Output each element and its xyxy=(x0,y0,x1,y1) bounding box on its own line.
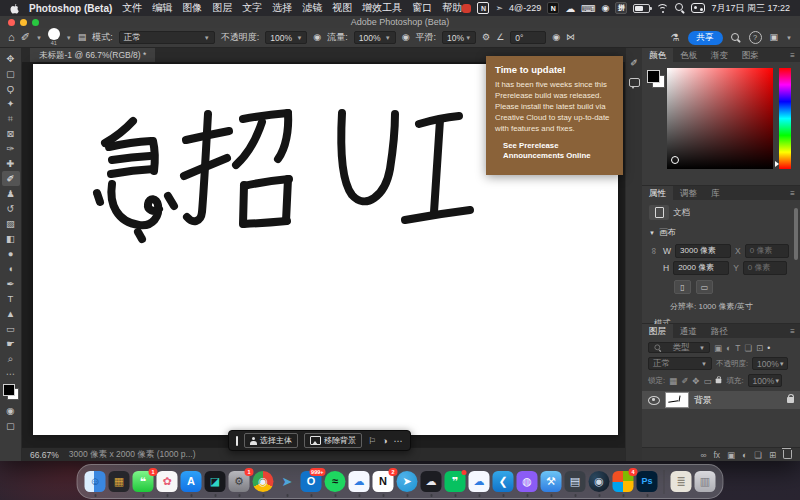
lock-transparent-pixels-icon[interactable]: ▦ xyxy=(669,376,677,386)
transform-selection-icon[interactable]: ⚐ xyxy=(368,436,376,446)
tab-color[interactable]: 颜色 xyxy=(642,48,673,62)
hue-slider-marker[interactable] xyxy=(775,161,779,167)
panel-menu-icon[interactable]: ≡ xyxy=(790,327,795,336)
tab-channels[interactable]: 通道 xyxy=(673,324,704,338)
panel-scrollbar[interactable] xyxy=(794,208,798,260)
brush-tool-preset-icon[interactable]: ✐ xyxy=(21,32,30,43)
opacity-select[interactable]: 100%▼ xyxy=(265,31,307,44)
frame-tool[interactable]: ⊠ xyxy=(2,126,20,141)
brush-angle-input[interactable]: 0° xyxy=(510,31,546,44)
zoom-tool[interactable]: ⌕ xyxy=(2,351,20,366)
document-tab[interactable]: 未标题-1 @ 66.7%(RGB/8) * xyxy=(30,48,155,62)
dock-photoshop[interactable]: Ps xyxy=(637,471,658,492)
dock-downloads-folder[interactable]: ≣ xyxy=(671,471,692,492)
link-dimensions-icon[interactable]: ∞ xyxy=(649,246,659,256)
filter-shape-layers-icon[interactable]: ❏ xyxy=(744,343,752,353)
dock-chrome[interactable]: ◉ xyxy=(253,471,274,492)
delete-layer-icon[interactable] xyxy=(783,450,792,459)
dock-app-store[interactable]: A xyxy=(181,471,202,492)
toggle-brush-panel-icon[interactable]: ▤ xyxy=(78,33,87,42)
dock-messages[interactable]: ❝1 xyxy=(133,471,154,492)
landscape-orientation-button[interactable]: ▭ xyxy=(696,280,713,294)
red-menubar-app-icon[interactable] xyxy=(462,4,471,13)
brush-settings-panel-icon[interactable]: ✐ xyxy=(630,58,638,68)
layer-thumbnail[interactable] xyxy=(665,392,689,408)
quick-mask-button[interactable]: ◉ xyxy=(2,403,20,418)
tab-layers[interactable]: 图层 xyxy=(642,324,673,338)
apple-menu-icon[interactable] xyxy=(10,3,19,14)
dock-cloud-dark-app[interactable]: ☁ xyxy=(421,471,442,492)
add-layer-mask-icon[interactable]: ▣ xyxy=(727,450,735,460)
menubar-app-name[interactable]: Photoshop (Beta) xyxy=(29,3,112,14)
dock-steam[interactable]: ◉ xyxy=(589,471,610,492)
filter-type-layers-icon[interactable]: T xyxy=(735,343,740,353)
dock-notion[interactable]: N2 xyxy=(373,471,394,492)
layer-name[interactable]: 背景 xyxy=(694,394,712,407)
lock-all-icon[interactable] xyxy=(716,378,722,382)
edit-toolbar-button[interactable]: ⋯ xyxy=(2,366,20,381)
move-tool[interactable]: ✥ xyxy=(2,51,20,66)
layer-opacity-select[interactable]: 100%▼ xyxy=(752,357,788,370)
type-tool[interactable]: T xyxy=(2,291,20,306)
magic-wand-tool[interactable]: ✦ xyxy=(2,96,20,111)
hand-tool[interactable]: ☛ xyxy=(2,336,20,351)
bird-icon[interactable]: ➣ xyxy=(495,3,503,13)
pressure-size-icon[interactable]: ◉ xyxy=(552,33,560,42)
gradient-tool[interactable]: ◧ xyxy=(2,231,20,246)
dock-microsoft-365[interactable]: 4 xyxy=(613,471,634,492)
symmetry-icon[interactable]: ⋈ xyxy=(566,33,575,42)
dock-github-desktop[interactable]: ◍ xyxy=(517,471,538,492)
dock-trash[interactable]: ▥ xyxy=(695,471,716,492)
tab-properties[interactable]: 属性 xyxy=(642,186,673,200)
smoothing-gear-icon[interactable]: ⚙ xyxy=(482,33,490,42)
menu-help[interactable]: 帮助 xyxy=(442,1,462,15)
layer-filter-type-select[interactable]: 类型▼ xyxy=(648,342,710,353)
battery-icon[interactable] xyxy=(633,4,650,13)
taskbar-more-button[interactable]: ⋯ xyxy=(394,436,403,446)
tab-paths[interactable]: 路径 xyxy=(704,324,735,338)
filter-adjustment-layers-icon[interactable]: ◐ xyxy=(726,343,731,353)
portrait-orientation-button[interactable]: ▯ xyxy=(674,280,691,294)
dock-launchpad[interactable]: ▦ xyxy=(109,471,130,492)
hue-slider[interactable] xyxy=(779,68,791,169)
menu-view[interactable]: 视图 xyxy=(332,1,352,15)
width-input[interactable]: 3000 像素 xyxy=(675,244,731,258)
control-center-icon[interactable] xyxy=(691,3,705,13)
spotlight-search-icon[interactable] xyxy=(675,3,685,13)
menubar-clock[interactable]: 7月17日 周三 17:22 xyxy=(711,2,790,15)
dock-telegram-plane[interactable]: ➤ xyxy=(277,471,298,492)
dock-spotify[interactable]: ≈ xyxy=(325,471,346,492)
select-subject-button[interactable]: 选择主体 xyxy=(244,433,298,448)
dock-vscode[interactable]: ❮ xyxy=(493,471,514,492)
menu-image[interactable]: 图像 xyxy=(182,1,202,15)
brush-tool[interactable]: ✐ xyxy=(2,171,20,186)
color-mini-swatches[interactable] xyxy=(647,70,665,88)
lock-artboard-icon[interactable]: ▭ xyxy=(703,376,711,386)
dock-cloud-drive[interactable]: ☁ xyxy=(349,471,370,492)
lock-position-icon[interactable]: ✥ xyxy=(692,376,699,386)
new-group-icon[interactable]: ❏ xyxy=(754,450,762,460)
dock-photos[interactable]: ✿ xyxy=(157,471,178,492)
history-brush-tool[interactable]: ↺ xyxy=(2,201,20,216)
notification-link[interactable]: See Prerelease Announcements Online xyxy=(503,141,614,162)
search-icon[interactable] xyxy=(731,33,741,43)
blur-tool[interactable]: ● xyxy=(2,246,20,261)
notion-menubar-icon[interactable]: N xyxy=(547,2,559,14)
dock-cloud-drive-2[interactable]: ☁ xyxy=(469,471,490,492)
flow-select[interactable]: 100%▼ xyxy=(354,31,396,44)
tab-libraries[interactable]: 库 xyxy=(704,186,727,200)
foreground-color[interactable] xyxy=(3,384,15,396)
menu-plugins[interactable]: 增效工具 xyxy=(362,1,402,15)
comments-panel-icon[interactable] xyxy=(629,78,640,87)
zoom-level[interactable]: 66.67% xyxy=(30,450,59,460)
taskbar-drag-handle[interactable] xyxy=(236,436,238,446)
healing-brush-tool[interactable]: ✚ xyxy=(2,156,20,171)
menu-filter[interactable]: 滤镜 xyxy=(302,1,322,15)
home-button[interactable]: ⌂ xyxy=(8,32,15,43)
layer-blend-mode-select[interactable]: 正常▼ xyxy=(648,357,712,370)
input-method-icon[interactable]: 拼 xyxy=(615,2,627,14)
layer-visibility-eye-icon[interactable] xyxy=(648,396,660,405)
panel-menu-icon[interactable]: ≡ xyxy=(790,189,795,198)
clone-stamp-tool[interactable]: ♟ xyxy=(2,186,20,201)
dock-wechat[interactable]: ❞ xyxy=(445,471,466,492)
